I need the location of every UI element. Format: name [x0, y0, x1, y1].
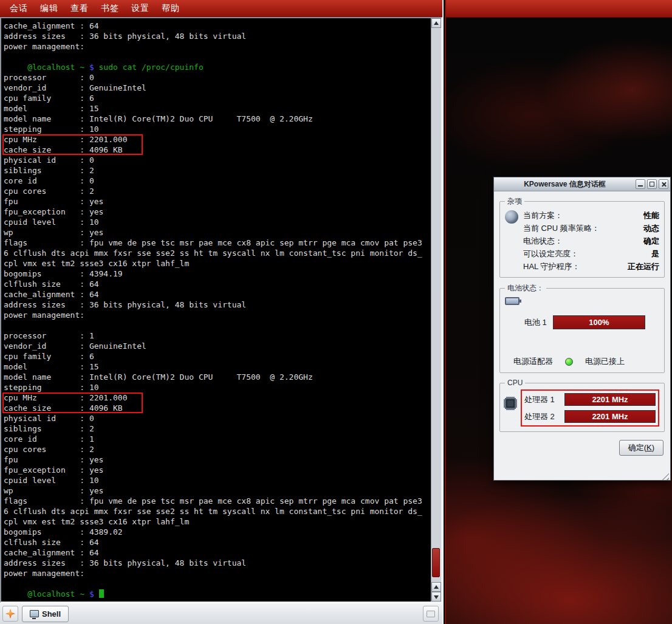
terminal-line: physical id : 0 [4, 155, 431, 165]
terminal-line: cache_alignment : 64 [4, 289, 431, 300]
session-tab-bar: Shell [0, 603, 442, 624]
menu-item[interactable]: 帮助 [156, 1, 186, 16]
resize-grip[interactable] [661, 472, 669, 480]
highlight-annotation: cpu MHz : 2201.000cache size : 4096 KB [4, 393, 143, 413]
terminal-line: cache size : 4096 KB [4, 403, 143, 413]
dialog-titlebar[interactable]: KPowersave 信息对话框 [494, 177, 670, 191]
new-session-icon [5, 609, 15, 619]
menu-item[interactable]: 会话 [4, 1, 34, 16]
cpu-group-title: CPU [505, 379, 525, 387]
terminal-line: flags : fpu vme de pse tsc msr pae mce c… [4, 238, 431, 248]
terminal-line: fpu : yes [4, 196, 431, 207]
info-value: 是 [651, 249, 659, 259]
konsole-window: 会话 编辑 查看 书签 设置 帮助 cache_alignment : 64ad… [0, 0, 444, 624]
terminal-line: bogomips : 4394.19 [4, 269, 431, 279]
terminal-frame: cache_alignment : 64address sizes : 36 b… [0, 17, 442, 603]
terminal-line: model name : Intel(R) Core(TM)2 Duo CPU … [4, 372, 431, 382]
terminal-line: vendor_id : GenuineIntel [4, 83, 431, 93]
menu-item[interactable]: 书签 [95, 1, 125, 16]
cpu-icon [505, 398, 516, 409]
background-window: KPowersave 信息对话框 杂项 [445, 0, 672, 624]
scrollbar-thumb[interactable] [432, 548, 440, 577]
info-label: 电池状态： [523, 236, 563, 247]
terminal-line: cache_alignment : 64 [4, 21, 431, 31]
new-session-button[interactable] [2, 606, 18, 622]
close-button[interactable] [659, 179, 668, 189]
battery-percentage: 100% [589, 318, 609, 327]
scroll-down-button[interactable] [431, 592, 441, 602]
terminal-scrollbar[interactable] [431, 18, 441, 602]
terminal-line: fpu_exception : yes [4, 207, 431, 217]
terminal-line: cpu cores : 2 [4, 186, 431, 196]
terminal-line: address sizes : 36 bits physical, 48 bit… [4, 558, 431, 568]
terminal-line: cpl vmx est tm2 ssse3 cx16 xtpr lahf_lm [4, 516, 431, 527]
cpu-label: 处理器 1 [524, 394, 560, 405]
terminal-line: siblings : 2 [4, 165, 431, 176]
menu-item[interactable]: 设置 [125, 1, 156, 16]
terminal-line: bogomips : 4389.02 [4, 527, 431, 537]
misc-group-title: 杂项 [505, 196, 524, 207]
terminal-line: address sizes : 36 bits physical, 48 bit… [4, 31, 431, 41]
menu-item[interactable]: 编辑 [34, 1, 64, 16]
terminal-line: cpl vmx est tm2 ssse3 cx16 xtpr lahf_lm [4, 258, 431, 269]
cpu-frequency-bar: 2201 MHz [564, 393, 656, 406]
tab-shell[interactable]: Shell [22, 606, 69, 622]
desktop: 会话 编辑 查看 书签 设置 帮助 cache_alignment : 64ad… [0, 0, 672, 624]
terminal-line: cpuid level : 10 [4, 217, 431, 227]
power-scheme-icon [505, 210, 518, 224]
ok-button[interactable]: 确定(K) [619, 440, 663, 456]
terminal-line: @localhost ~ $ [4, 589, 431, 599]
terminal-line: cpuid level : 10 [4, 475, 431, 485]
terminal-line: cpu cores : 2 [4, 444, 431, 454]
terminal-line [4, 52, 431, 62]
info-value: 正在运行 [628, 261, 659, 272]
info-value: 确定 [643, 236, 659, 247]
terminal-line: cpu family : 6 [4, 351, 431, 362]
battery-icon [505, 297, 519, 305]
adapter-status: 电源已接上 [585, 356, 625, 367]
highlight-annotation: cpu MHz : 2201.000cache size : 4096 KB [4, 134, 143, 155]
background-window-titlebar[interactable] [446, 0, 672, 18]
session-list-icon [427, 611, 435, 617]
battery-row: 电池 1 100% [524, 315, 658, 329]
tab-label: Shell [42, 609, 61, 619]
battery-progressbar: 100% [553, 315, 645, 329]
adapter-led-icon [565, 358, 573, 366]
minimize-button[interactable] [636, 179, 645, 189]
menu-item[interactable]: 查看 [64, 1, 95, 16]
cpu-frequency-value: 2201 MHz [592, 412, 628, 421]
cpu-group: CPU 处理器 1 2201 MHz [499, 379, 665, 432]
session-list-button[interactable] [423, 606, 439, 622]
terminal-line: core id : 0 [4, 176, 431, 186]
terminal-line: wp : yes [4, 485, 431, 496]
scroll-up-button-bottom[interactable] [431, 582, 441, 592]
arrow-up-icon [434, 21, 439, 25]
info-value: 性能 [643, 210, 659, 221]
misc-rows: 当前方案： 性能 当前 CPU 频率策略： 动态 电池状态： [523, 209, 659, 272]
info-label: HAL 守护程序： [523, 261, 580, 272]
info-row: HAL 守护程序： 正在运行 [523, 261, 659, 272]
terminal-line: model : 15 [4, 103, 431, 114]
terminal-output[interactable]: cache_alignment : 64address sizes : 36 b… [1, 18, 431, 602]
terminal-line: processor : 0 [4, 72, 431, 83]
info-value: 动态 [643, 223, 659, 234]
info-row: 当前 CPU 频率策略： 动态 [523, 223, 659, 234]
terminal-line: clflush size : 64 [4, 279, 431, 289]
cpu-label: 处理器 2 [524, 411, 560, 422]
terminal-line: cpu MHz : 2201.000 [4, 134, 143, 145]
cpu-frequency-bar: 2201 MHz [564, 410, 656, 423]
kpowersave-dialog: KPowersave 信息对话框 杂项 [493, 177, 671, 481]
adapter-row: 电源适配器 电源已接上 [513, 356, 625, 367]
close-icon [659, 180, 668, 188]
scrollbar-track[interactable] [431, 28, 441, 582]
terminal-cursor [99, 589, 104, 598]
maximize-button[interactable] [647, 179, 657, 189]
dialog-body: 杂项 当前方案： 性能 当前 [494, 191, 670, 481]
battery-group: 电池状态： 电池 1 100% 电源适配器 电源已接上 [499, 283, 665, 373]
dialog-button-row: 确定(K) [499, 437, 665, 456]
terminal-line: flags : fpu vme de pse tsc msr pae mce c… [4, 496, 431, 506]
dialog-title: KPowersave 信息对话框 [496, 179, 634, 190]
scroll-up-button[interactable] [431, 18, 441, 28]
terminal-line: wp : yes [4, 227, 431, 238]
terminal-line: power management: [4, 41, 431, 52]
